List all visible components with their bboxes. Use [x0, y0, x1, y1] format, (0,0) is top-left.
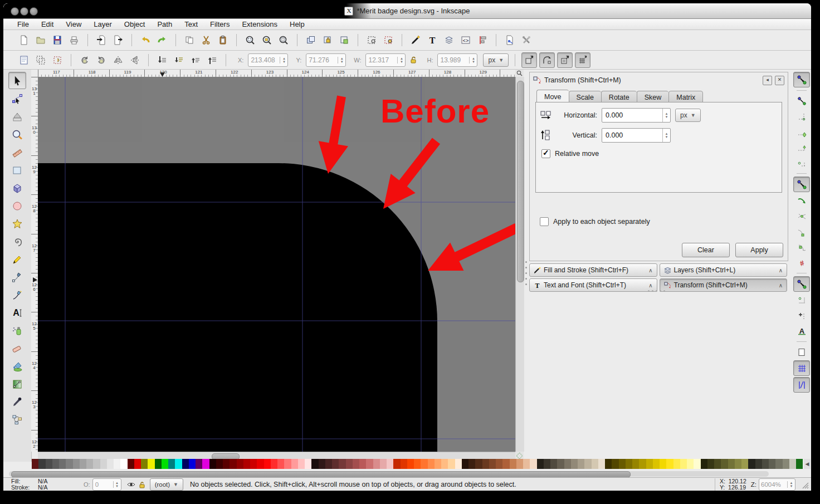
save-document-button[interactable]: [50, 33, 65, 47]
palette-scroll-left-button[interactable]: ◀: [804, 459, 811, 469]
palette-swatch[interactable]: [612, 459, 618, 469]
palette-swatch[interactable]: [291, 459, 298, 469]
menu-help[interactable]: Help: [284, 20, 311, 28]
snap-rotation-centers-button[interactable]: [794, 309, 809, 323]
ruler-zoom-corner-button[interactable]: [515, 70, 524, 77]
menu-object[interactable]: Object: [118, 20, 152, 28]
clear-button[interactable]: Clear: [682, 243, 730, 257]
palette-swatch[interactable]: [114, 459, 120, 469]
palette-swatch[interactable]: [202, 459, 209, 469]
raise-to-top-button[interactable]: [205, 53, 219, 67]
align-dialog-button[interactable]: [475, 33, 490, 47]
palette-swatch[interactable]: [475, 459, 482, 469]
palette-swatch[interactable]: [366, 459, 373, 469]
palette-swatch[interactable]: [277, 459, 284, 469]
vertical-input[interactable]: ▴▾: [602, 128, 671, 143]
transform-gradient-toggle[interactable]: [557, 52, 573, 68]
horizontal-ruler[interactable]: 1171181191201211221231241251261271281291…: [38, 70, 515, 77]
palette-swatch[interactable]: [401, 459, 407, 469]
x-spinner[interactable]: ▴▾: [280, 57, 287, 63]
menu-path[interactable]: Path: [151, 20, 178, 28]
palette-swatch[interactable]: [305, 459, 311, 469]
measure-tool[interactable]: [9, 144, 26, 160]
snap-other-points-button[interactable]: [793, 276, 810, 292]
palette-swatch[interactable]: [626, 459, 632, 469]
palette-swatch[interactable]: [564, 459, 571, 469]
palette-swatch[interactable]: [182, 459, 189, 469]
rotate-cw-button[interactable]: [94, 53, 109, 67]
palette-swatch[interactable]: [120, 459, 127, 469]
dock-close-button[interactable]: ✕: [775, 76, 784, 85]
window-resize-grip[interactable]: [800, 480, 809, 489]
palette-swatch[interactable]: [128, 459, 134, 469]
menu-extensions[interactable]: Extensions: [236, 20, 284, 28]
new-document-button[interactable]: [17, 33, 31, 47]
transform-pattern-toggle[interactable]: [575, 52, 590, 68]
palette-swatch[interactable]: [332, 459, 339, 469]
text-tool[interactable]: A: [9, 305, 26, 321]
gradient-tool[interactable]: [9, 376, 26, 392]
xml-editor-button[interactable]: <>: [458, 33, 473, 47]
snap-grids-button[interactable]: [793, 360, 810, 376]
palette-swatch[interactable]: [741, 459, 748, 469]
undo-button[interactable]: [138, 33, 153, 47]
palette-swatch[interactable]: [714, 459, 721, 469]
y-spinner[interactable]: ▴▾: [338, 57, 345, 63]
palette-swatch[interactable]: [346, 459, 353, 469]
opacity-field[interactable]: ▴▾: [92, 478, 121, 491]
palette-swatch[interactable]: [544, 459, 550, 469]
snap-page-border-button[interactable]: [794, 345, 809, 359]
palette-swatch[interactable]: [502, 459, 509, 469]
dock-tab-fill-stroke[interactable]: Fill and Stroke (Shift+Ctrl+F)∧: [529, 263, 657, 277]
menu-view[interactable]: View: [60, 20, 87, 28]
palette-swatch[interactable]: [243, 459, 250, 469]
canvas[interactable]: Before: [38, 77, 515, 452]
palette-swatch[interactable]: [721, 459, 728, 469]
spiral-tool[interactable]: [9, 233, 26, 249]
dock-tab-layers[interactable]: Layers (Shift+Ctrl+L)∧: [660, 263, 788, 277]
palette-swatch[interactable]: [639, 459, 646, 469]
palette-swatch[interactable]: [571, 459, 578, 469]
palette-swatch[interactable]: [537, 459, 544, 469]
palette-swatch[interactable]: [80, 459, 86, 469]
palette-swatch[interactable]: [762, 459, 769, 469]
palette-swatch[interactable]: [707, 459, 714, 469]
palette-swatch[interactable]: [38, 459, 45, 469]
dropper-tool[interactable]: [9, 394, 26, 410]
layer-visibility-icon[interactable]: [127, 481, 135, 488]
cut-button[interactable]: [199, 33, 213, 47]
dock-drag-handle[interactable]: [648, 290, 665, 292]
transform-stroke-toggle[interactable]: [521, 52, 537, 68]
palette-swatch[interactable]: [735, 459, 741, 469]
snap-bbox-edges-button[interactable]: [794, 109, 809, 124]
palette-swatch[interactable]: [796, 459, 803, 469]
tweak-tool[interactable]: [9, 109, 26, 125]
fill-stroke-dialog-button[interactable]: [408, 33, 423, 47]
create-clone-button[interactable]: [320, 33, 335, 47]
palette-swatch[interactable]: [168, 459, 175, 469]
raise-button[interactable]: [188, 53, 203, 67]
palette-swatch[interactable]: [646, 459, 653, 469]
redo-button[interactable]: [155, 33, 169, 47]
vertical-scrollbar[interactable]: [515, 77, 524, 452]
pencil-tool[interactable]: [9, 251, 26, 267]
layer-lock-icon[interactable]: [139, 481, 145, 488]
palette-swatch[interactable]: [701, 459, 707, 469]
unlink-clone-button[interactable]: [337, 33, 352, 47]
palette-swatch[interactable]: [141, 459, 148, 469]
rectangle-tool[interactable]: [9, 162, 26, 178]
text-dialog-button[interactable]: T: [425, 33, 440, 47]
palette-swatch[interactable]: [748, 459, 755, 469]
open-document-button[interactable]: [33, 33, 48, 47]
relative-move-checkbox[interactable]: Relative move: [541, 149, 782, 158]
title-bar[interactable]: X *Merit badge design.svg - Inkscape: [3, 3, 811, 19]
palette-swatch[interactable]: [319, 459, 325, 469]
lock-ratio-button[interactable]: [408, 53, 419, 67]
apply-button[interactable]: Apply: [735, 243, 783, 257]
preferences-button[interactable]: [519, 33, 534, 47]
palette-swatch[interactable]: [435, 459, 441, 469]
zoom-selection-button[interactable]: [243, 33, 257, 47]
palette-swatch[interactable]: [462, 459, 468, 469]
snap-line-midpoints-button[interactable]: #: [794, 256, 809, 270]
palette-swatch[interactable]: [73, 459, 80, 469]
